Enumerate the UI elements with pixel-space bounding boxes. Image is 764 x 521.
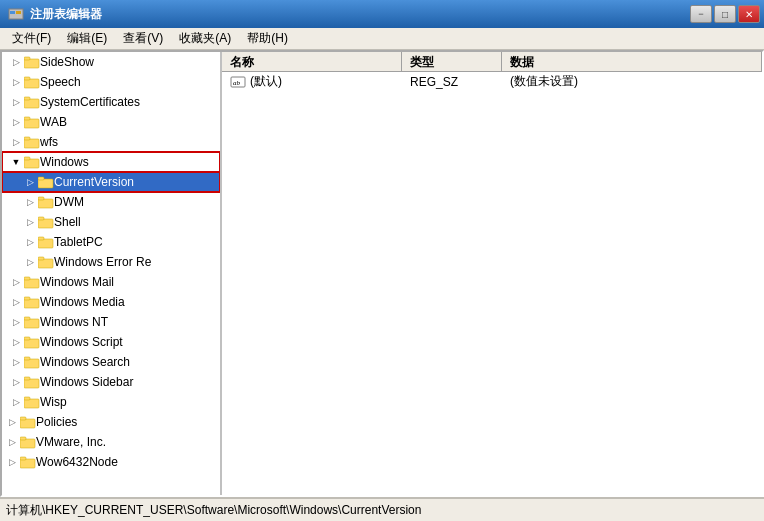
folder-icon-tabletpc (38, 235, 54, 249)
tree-label-shell: Shell (54, 215, 81, 229)
tree-item-windowsmedia[interactable]: ▷ Windows Media (2, 292, 220, 312)
expand-windowsmedia[interactable]: ▷ (10, 296, 22, 308)
tree-item-wfs[interactable]: ▷ wfs (2, 132, 220, 152)
tree-item-windowssidebar[interactable]: ▷ Windows Sidebar (2, 372, 220, 392)
menu-help[interactable]: 帮助(H) (239, 28, 296, 49)
svg-rect-40 (20, 417, 26, 420)
tree-item-sideshow[interactable]: ▷ SideShow (2, 52, 220, 72)
minimize-button[interactable]: － (690, 5, 712, 23)
tree-item-currentversion[interactable]: ▷ CurrentVersion (2, 172, 220, 192)
expand-windows[interactable]: ▼ (10, 156, 22, 168)
svg-rect-18 (38, 197, 44, 200)
svg-rect-1 (10, 11, 15, 14)
expand-windowsnt[interactable]: ▷ (10, 316, 22, 328)
expand-windowsmail[interactable]: ▷ (10, 276, 22, 288)
folder-icon-windowsmail (24, 275, 40, 289)
tree-label-windowsmedia: Windows Media (40, 295, 125, 309)
svg-rect-25 (24, 279, 39, 288)
tree-item-wab[interactable]: ▷ WAB (2, 112, 220, 132)
tree-item-tabletpc[interactable]: ▷ TabletPC (2, 232, 220, 252)
svg-rect-37 (24, 399, 39, 408)
expand-wow6432node[interactable]: ▷ (6, 456, 18, 468)
tree-item-speech[interactable]: ▷ Speech (2, 72, 220, 92)
tree-item-policies[interactable]: ▷ Policies (2, 412, 220, 432)
svg-rect-34 (24, 357, 30, 360)
title-bar-left: 注册表编辑器 (8, 6, 102, 23)
expand-wab[interactable]: ▷ (10, 116, 22, 128)
folder-icon-windows (24, 155, 40, 169)
tree-item-shell[interactable]: ▷ Shell (2, 212, 220, 232)
menu-file[interactable]: 文件(F) (4, 28, 59, 49)
svg-rect-4 (24, 57, 30, 60)
right-panel: 名称 类型 数据 ab (默认) REG_SZ (数值未设置) (222, 52, 762, 495)
expand-shell[interactable]: ▷ (24, 216, 36, 228)
close-button[interactable]: ✕ (738, 5, 760, 23)
svg-rect-27 (24, 299, 39, 308)
expand-currentversion[interactable]: ▷ (24, 176, 36, 188)
header-name: 名称 (222, 52, 402, 71)
tree-item-wow6432node[interactable]: ▷ Wow6432Node (2, 452, 220, 472)
svg-rect-30 (24, 317, 30, 320)
tree-item-windowssearch[interactable]: ▷ Windows Search (2, 352, 220, 372)
tree-item-dwm[interactable]: ▷ DWM (2, 192, 220, 212)
svg-rect-38 (24, 397, 30, 400)
svg-rect-26 (24, 277, 30, 280)
menu-bar: 文件(F) 编辑(E) 查看(V) 收藏夹(A) 帮助(H) (0, 28, 764, 50)
expand-vmware[interactable]: ▷ (6, 436, 18, 448)
tree-item-windowerrorre[interactable]: ▷ Windows Error Re (2, 252, 220, 272)
table-row[interactable]: ab (默认) REG_SZ (数值未设置) (222, 72, 762, 92)
expand-windowerrorre[interactable]: ▷ (24, 256, 36, 268)
menu-edit[interactable]: 编辑(E) (59, 28, 115, 49)
expand-systemcerts[interactable]: ▷ (10, 96, 22, 108)
app-icon (8, 6, 24, 22)
expand-wfs[interactable]: ▷ (10, 136, 22, 148)
folder-icon-systemcerts (24, 95, 40, 109)
svg-rect-8 (24, 97, 30, 100)
tree-label-windowerrorre: Windows Error Re (54, 255, 151, 269)
menu-favorites[interactable]: 收藏夹(A) (171, 28, 239, 49)
svg-rect-41 (20, 439, 35, 448)
folder-icon-wisp (24, 395, 40, 409)
expand-tabletpc[interactable]: ▷ (24, 236, 36, 248)
expand-windowssearch[interactable]: ▷ (10, 356, 22, 368)
main-area: ▷ SideShow ▷ Speech ▷ SystemCertificates (0, 50, 764, 497)
svg-rect-28 (24, 297, 30, 300)
expand-dwm[interactable]: ▷ (24, 196, 36, 208)
svg-rect-15 (38, 179, 53, 188)
svg-rect-9 (24, 119, 39, 128)
svg-text:ab: ab (233, 79, 241, 87)
expand-windowsscript[interactable]: ▷ (10, 336, 22, 348)
header-type: 类型 (402, 52, 502, 71)
maximize-button[interactable]: □ (714, 5, 736, 23)
tree-item-windowsmail[interactable]: ▷ Windows Mail (2, 272, 220, 292)
expand-speech[interactable]: ▷ (10, 76, 22, 88)
tree-item-vmware[interactable]: ▷ VMware, Inc. (2, 432, 220, 452)
tree-label-policies: Policies (36, 415, 77, 429)
tree-item-windows[interactable]: ▼ Windows (2, 152, 220, 172)
expand-policies[interactable]: ▷ (6, 416, 18, 428)
svg-rect-3 (24, 59, 39, 68)
tree-label-speech: Speech (40, 75, 81, 89)
folder-icon-windowsmedia (24, 295, 40, 309)
menu-view[interactable]: 查看(V) (115, 28, 171, 49)
tree-panel[interactable]: ▷ SideShow ▷ Speech ▷ SystemCertificates (2, 52, 222, 495)
svg-rect-24 (38, 257, 44, 260)
tree-item-wisp[interactable]: ▷ Wisp (2, 392, 220, 412)
title-bar: 注册表编辑器 － □ ✕ (0, 0, 764, 28)
folder-icon-shell (38, 215, 54, 229)
tree-item-windowsnt[interactable]: ▷ Windows NT (2, 312, 220, 332)
status-text: 计算机\HKEY_CURRENT_USER\Software\Microsoft… (6, 502, 421, 519)
tree-item-systemcerts[interactable]: ▷ SystemCertificates (2, 92, 220, 112)
expand-wisp[interactable]: ▷ (10, 396, 22, 408)
expand-sideshow[interactable]: ▷ (10, 56, 22, 68)
folder-icon-sideshow (24, 55, 40, 69)
expand-windowssidebar[interactable]: ▷ (10, 376, 22, 388)
svg-rect-7 (24, 99, 39, 108)
tree-item-windowsscript[interactable]: ▷ Windows Script (2, 332, 220, 352)
tree-label-wow6432node: Wow6432Node (36, 455, 118, 469)
folder-icon-dwm (38, 195, 54, 209)
tree-label-wfs: wfs (40, 135, 58, 149)
svg-rect-19 (38, 219, 53, 228)
svg-rect-12 (24, 137, 30, 140)
tree-label-windowssearch: Windows Search (40, 355, 130, 369)
